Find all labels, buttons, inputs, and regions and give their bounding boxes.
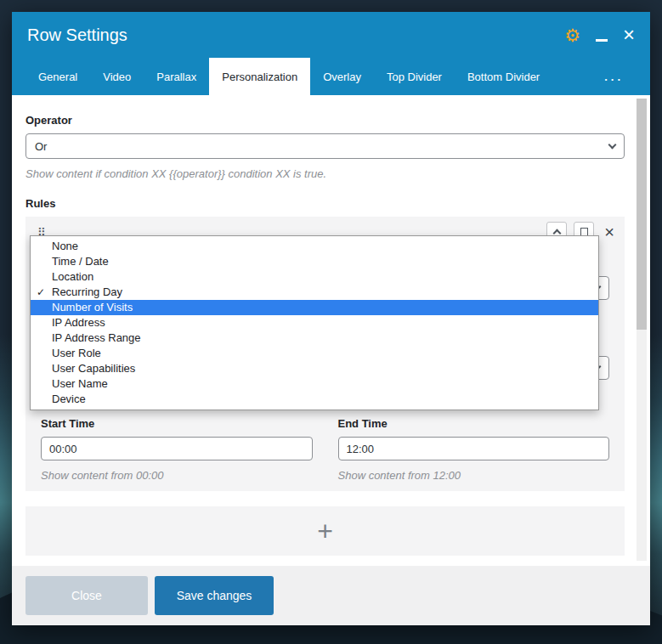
chevron-down-icon <box>608 141 617 150</box>
tab-general[interactable]: General <box>25 58 90 95</box>
tab-parallax[interactable]: Parallax <box>144 58 209 95</box>
dropdown-item[interactable]: Location <box>31 269 598 285</box>
dropdown-item[interactable]: Number of Visits <box>31 300 598 315</box>
rules-label: Rules <box>25 197 625 210</box>
modal-header: Row Settings ⚙ × <box>12 12 650 58</box>
operator-select[interactable]: Or <box>25 133 625 159</box>
tab-more[interactable]: ... <box>591 58 637 95</box>
modal-title: Row Settings <box>27 25 127 45</box>
save-changes-button[interactable]: Save changes <box>155 576 274 615</box>
dropdown-item[interactable]: User Role <box>31 346 598 361</box>
start-time-label: Start Time <box>41 417 313 430</box>
operator-select-value: Or <box>35 140 47 153</box>
tabs-bar: GeneralVideoParallaxPersonalizationOverl… <box>12 58 650 95</box>
scrollbar-thumb[interactable] <box>637 99 647 330</box>
row-settings-modal: Row Settings ⚙ × GeneralVideoParallaxPer… <box>12 12 650 625</box>
check-icon: ✓ <box>37 285 45 300</box>
plus-icon: + <box>317 517 333 545</box>
dropdown-item[interactable]: Device <box>31 392 598 407</box>
close-button[interactable]: Close <box>25 576 148 615</box>
minimize-icon[interactable] <box>596 39 608 42</box>
operator-help-text: Show content if condition XX {{operator}… <box>25 167 625 180</box>
start-time-help: Show content from 00:00 <box>41 469 313 482</box>
tab-overlay[interactable]: Overlay <box>310 58 374 95</box>
dropdown-item[interactable]: None <box>31 239 598 254</box>
dropdown-item[interactable]: ✓Recurring Day <box>31 285 598 300</box>
dropdown-item[interactable]: IP Address Range <box>31 330 598 346</box>
dropdown-item[interactable]: User Capabilities <box>31 361 598 376</box>
operator-label: Operator <box>25 114 625 127</box>
delete-rule-button[interactable]: × <box>601 223 618 240</box>
start-time-group: Start Time Show content from 00:00 <box>41 412 313 482</box>
end-time-help: Show content from 12:00 <box>338 469 610 482</box>
time-row: Start Time Show content from 00:00 End T… <box>41 412 609 482</box>
gear-icon[interactable]: ⚙ <box>564 26 580 44</box>
end-time-label: End Time <box>338 417 610 430</box>
scrollbar-track[interactable] <box>637 99 647 561</box>
add-rule-button[interactable]: + <box>25 506 625 556</box>
dropdown-item[interactable]: IP Address <box>31 315 598 330</box>
modal-content: Operator Or Show content if condition XX… <box>12 95 650 566</box>
header-icons: ⚙ × <box>564 25 635 45</box>
dropdown-item[interactable]: User Name <box>31 376 598 392</box>
start-time-input[interactable] <box>41 437 313 460</box>
modal-footer: Close Save changes <box>12 566 650 625</box>
tab-video[interactable]: Video <box>90 58 144 95</box>
end-time-input[interactable] <box>338 437 610 460</box>
close-icon[interactable]: × <box>623 25 635 45</box>
rule-type-dropdown: NoneTime / DateLocation✓Recurring DayNum… <box>30 235 599 410</box>
tab-bottom-divider[interactable]: Bottom Divider <box>455 58 552 95</box>
tab-top-divider[interactable]: Top Divider <box>374 58 455 95</box>
end-time-group: End Time Show content from 12:00 <box>338 412 610 482</box>
tab-personalization[interactable]: Personalization <box>209 58 310 95</box>
dropdown-item[interactable]: Time / Date <box>31 254 598 269</box>
